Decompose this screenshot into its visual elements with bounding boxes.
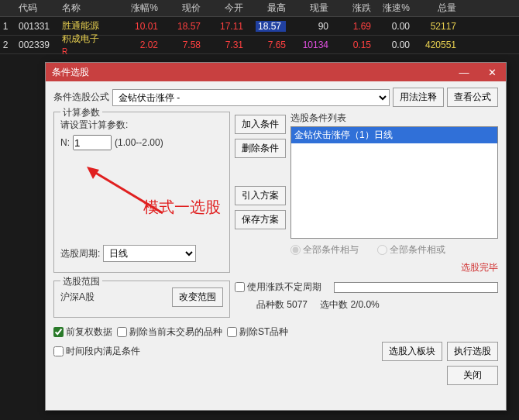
period-label: 选股周期: [60,247,100,260]
param-n-label: N: [60,137,70,148]
table-header: 代码 名称 涨幅% 现价 今开 最高 现量 涨跌 涨速% 总量 [0,0,519,17]
chk-forward-adjust[interactable]: 前复权数据 [53,325,112,339]
stock-table: 代码 名称 涨幅% 现价 今开 最高 现量 涨跌 涨速% 总量 1 001331… [0,0,519,54]
formula-label: 条件选股公式 [53,91,109,104]
minimize-icon[interactable]: — [450,63,478,81]
condition-list[interactable]: 金钻伏击涨停（1）日线 [290,126,498,239]
change-range-button[interactable]: 改变范围 [172,287,223,307]
range-title: 选股范围 [60,275,102,288]
chk-time-range[interactable]: 时间段内满足条件 [53,345,140,358]
stat-hit: 2/0.0% [350,299,379,310]
table-row[interactable]: 2 002339 积成电子 R 2.02 7.58 7.31 7.65 1013… [0,36,519,54]
chk-skip-st[interactable]: 剔除ST品种 [227,325,288,339]
chk-custom-period[interactable]: 使用涨跌不定周期 [235,281,321,294]
load-scheme-button[interactable]: 引入方案 [235,186,286,205]
range-value: 沪深A股 [60,291,95,304]
param-n-input[interactable] [73,135,112,150]
chk-skip-nontrading[interactable]: 剔除当前未交易的品种 [117,325,222,339]
stat-count: 5077 [287,299,308,310]
usage-button[interactable]: 用法注释 [393,88,444,107]
status-done: 选股完毕 [461,261,498,274]
dialog-title: 条件选股 [52,66,89,79]
list-item[interactable]: 金钻伏击涨停（1）日线 [291,127,497,143]
view-formula-button[interactable]: 查看公式 [447,88,498,107]
run-selection-button[interactable]: 执行选股 [447,342,498,361]
delete-condition-button[interactable]: 删除条件 [235,139,286,158]
save-scheme-button[interactable]: 保存方案 [235,210,286,229]
formula-select[interactable]: 金钻伏击涨停 - [112,89,390,106]
radio-and[interactable]: 全部条件相与 [290,243,359,256]
radio-or[interactable]: 全部条件相或 [377,243,445,256]
titlebar[interactable]: 条件选股 — ✕ [46,63,506,81]
condition-selector-dialog: 条件选股 — ✕ 条件选股公式 金钻伏击涨停 - 用法注释 查看公式 计算参数 … [45,62,507,411]
add-condition-button[interactable]: 加入条件 [235,115,286,134]
progress-bar [334,282,498,293]
period-select[interactable]: 日线 [103,245,196,262]
param-range: (1.00--2.00) [115,137,163,148]
condition-list-title: 选股条件列表 [290,112,498,125]
close-button[interactable]: 关闭 [447,366,498,385]
calc-params-title: 计算参数 [60,106,102,119]
close-icon[interactable]: ✕ [478,63,506,81]
calc-hint: 请设置计算参数: [60,119,223,132]
to-block-button[interactable]: 选股入板块 [382,342,442,361]
